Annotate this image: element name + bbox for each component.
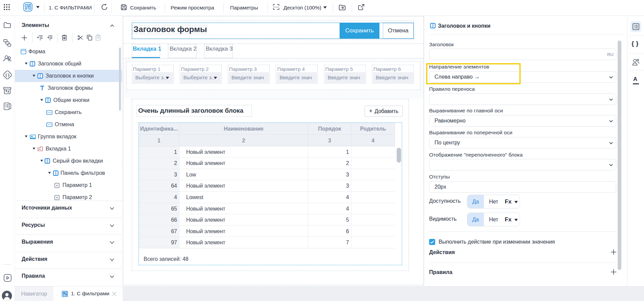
svg-text:{ }: { } xyxy=(5,73,9,77)
